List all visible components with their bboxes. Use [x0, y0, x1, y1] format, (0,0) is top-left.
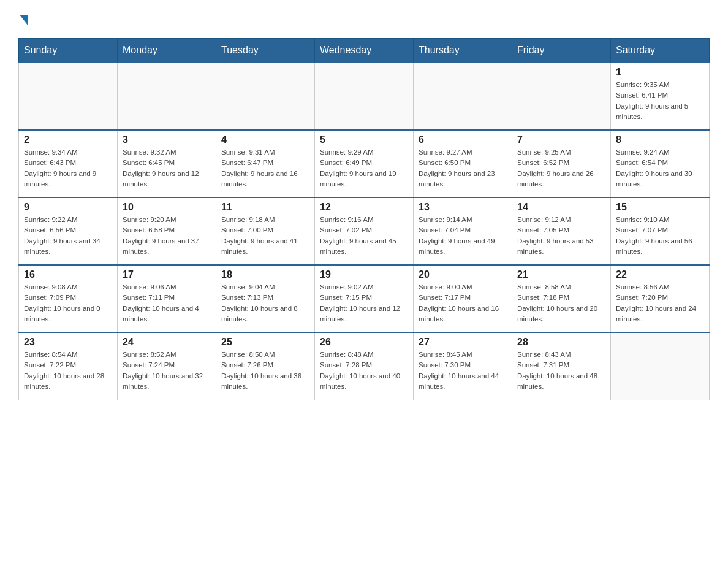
day-number: 9 [24, 202, 112, 213]
day-info: Sunrise: 8:50 AMSunset: 7:26 PMDaylight:… [221, 350, 309, 392]
day-info: Sunrise: 9:35 AMSunset: 6:41 PMDaylight:… [616, 80, 704, 122]
calendar-cell: 21Sunrise: 8:58 AMSunset: 7:18 PMDayligh… [512, 265, 611, 332]
calendar-cell: 4Sunrise: 9:31 AMSunset: 6:47 PMDaylight… [216, 130, 315, 197]
day-info: Sunrise: 9:10 AMSunset: 7:07 PMDaylight:… [616, 215, 704, 257]
calendar-table: SundayMondayTuesdayWednesdayThursdayFrid… [18, 38, 710, 400]
day-info: Sunrise: 9:02 AMSunset: 7:15 PMDaylight:… [320, 282, 408, 324]
day-number: 6 [419, 134, 507, 145]
calendar-cell: 7Sunrise: 9:25 AMSunset: 6:52 PMDaylight… [512, 130, 611, 197]
day-info: Sunrise: 9:24 AMSunset: 6:54 PMDaylight:… [616, 147, 704, 190]
day-number: 25 [221, 337, 309, 348]
calendar-cell: 13Sunrise: 9:14 AMSunset: 7:04 PMDayligh… [414, 197, 512, 265]
calendar-cell: 6Sunrise: 9:27 AMSunset: 6:50 PMDaylight… [414, 130, 512, 197]
day-info: Sunrise: 9:14 AMSunset: 7:04 PMDaylight:… [419, 215, 507, 257]
calendar-cell: 24Sunrise: 8:52 AMSunset: 7:24 PMDayligh… [118, 332, 216, 400]
day-info: Sunrise: 9:12 AMSunset: 7:05 PMDaylight:… [517, 215, 605, 257]
day-number: 28 [517, 337, 605, 348]
calendar-cell: 16Sunrise: 9:08 AMSunset: 7:09 PMDayligh… [19, 265, 118, 332]
calendar-cell [216, 63, 315, 130]
day-info: Sunrise: 9:31 AMSunset: 6:47 PMDaylight:… [221, 147, 309, 190]
calendar-cell: 25Sunrise: 8:50 AMSunset: 7:26 PMDayligh… [216, 332, 315, 400]
calendar-cell: 28Sunrise: 8:43 AMSunset: 7:31 PMDayligh… [512, 332, 611, 400]
calendar-cell: 14Sunrise: 9:12 AMSunset: 7:05 PMDayligh… [512, 197, 611, 265]
calendar-cell: 11Sunrise: 9:18 AMSunset: 7:00 PMDayligh… [216, 197, 315, 265]
day-number: 15 [616, 202, 704, 213]
weekday-header-row: SundayMondayTuesdayWednesdayThursdayFrid… [19, 39, 710, 63]
day-info: Sunrise: 8:52 AMSunset: 7:24 PMDaylight:… [123, 350, 211, 392]
day-number: 8 [616, 134, 704, 145]
day-info: Sunrise: 9:27 AMSunset: 6:50 PMDaylight:… [419, 147, 507, 190]
day-number: 10 [123, 202, 211, 213]
logo [18, 12, 28, 26]
day-number: 13 [419, 202, 507, 213]
calendar-cell [118, 63, 216, 130]
day-info: Sunrise: 9:04 AMSunset: 7:13 PMDaylight:… [221, 282, 309, 324]
calendar-cell: 26Sunrise: 8:48 AMSunset: 7:28 PMDayligh… [315, 332, 414, 400]
weekday-header-sunday: Sunday [19, 39, 118, 63]
calendar-cell: 27Sunrise: 8:45 AMSunset: 7:30 PMDayligh… [414, 332, 512, 400]
week-row-5: 23Sunrise: 8:54 AMSunset: 7:22 PMDayligh… [19, 332, 710, 400]
day-number: 19 [320, 269, 408, 280]
weekday-header-monday: Monday [118, 39, 216, 63]
day-number: 22 [616, 269, 704, 280]
calendar-cell: 9Sunrise: 9:22 AMSunset: 6:56 PMDaylight… [19, 197, 118, 265]
calendar-cell: 23Sunrise: 8:54 AMSunset: 7:22 PMDayligh… [19, 332, 118, 400]
calendar-cell: 8Sunrise: 9:24 AMSunset: 6:54 PMDaylight… [611, 130, 710, 197]
calendar-cell: 12Sunrise: 9:16 AMSunset: 7:02 PMDayligh… [315, 197, 414, 265]
day-info: Sunrise: 8:45 AMSunset: 7:30 PMDaylight:… [419, 350, 507, 392]
calendar-cell: 22Sunrise: 8:56 AMSunset: 7:20 PMDayligh… [611, 265, 710, 332]
day-info: Sunrise: 8:56 AMSunset: 7:20 PMDaylight:… [616, 282, 704, 324]
day-number: 5 [320, 134, 408, 145]
calendar-cell: 2Sunrise: 9:34 AMSunset: 6:43 PMDaylight… [19, 130, 118, 197]
day-number: 3 [123, 134, 211, 145]
calendar-cell [315, 63, 414, 130]
weekday-header-thursday: Thursday [414, 39, 512, 63]
day-info: Sunrise: 8:43 AMSunset: 7:31 PMDaylight:… [517, 350, 605, 392]
day-info: Sunrise: 9:20 AMSunset: 6:58 PMDaylight:… [123, 215, 211, 257]
calendar-cell: 15Sunrise: 9:10 AMSunset: 7:07 PMDayligh… [611, 197, 710, 265]
calendar-cell [611, 332, 710, 400]
logo-arrow-icon [20, 15, 28, 26]
day-info: Sunrise: 9:34 AMSunset: 6:43 PMDaylight:… [24, 147, 112, 190]
day-number: 11 [221, 202, 309, 213]
day-info: Sunrise: 9:06 AMSunset: 7:11 PMDaylight:… [123, 282, 211, 324]
day-number: 7 [517, 134, 605, 145]
day-info: Sunrise: 8:48 AMSunset: 7:28 PMDaylight:… [320, 350, 408, 392]
day-number: 4 [221, 134, 309, 145]
week-row-2: 2Sunrise: 9:34 AMSunset: 6:43 PMDaylight… [19, 130, 710, 197]
day-number: 24 [123, 337, 211, 348]
day-number: 2 [24, 134, 112, 145]
day-info: Sunrise: 9:18 AMSunset: 7:00 PMDaylight:… [221, 215, 309, 257]
calendar-cell: 10Sunrise: 9:20 AMSunset: 6:58 PMDayligh… [118, 197, 216, 265]
day-info: Sunrise: 9:00 AMSunset: 7:17 PMDaylight:… [419, 282, 507, 324]
page-header [18, 12, 710, 26]
day-number: 27 [419, 337, 507, 348]
calendar-cell [19, 63, 118, 130]
day-number: 14 [517, 202, 605, 213]
day-info: Sunrise: 8:58 AMSunset: 7:18 PMDaylight:… [517, 282, 605, 324]
week-row-3: 9Sunrise: 9:22 AMSunset: 6:56 PMDaylight… [19, 197, 710, 265]
calendar-cell [512, 63, 611, 130]
day-number: 12 [320, 202, 408, 213]
calendar-cell: 18Sunrise: 9:04 AMSunset: 7:13 PMDayligh… [216, 265, 315, 332]
calendar-cell: 5Sunrise: 9:29 AMSunset: 6:49 PMDaylight… [315, 130, 414, 197]
day-number: 16 [24, 269, 112, 280]
day-number: 20 [419, 269, 507, 280]
weekday-header-wednesday: Wednesday [315, 39, 414, 63]
day-info: Sunrise: 8:54 AMSunset: 7:22 PMDaylight:… [24, 350, 112, 392]
day-info: Sunrise: 9:16 AMSunset: 7:02 PMDaylight:… [320, 215, 408, 257]
day-number: 26 [320, 337, 408, 348]
day-number: 18 [221, 269, 309, 280]
calendar-cell: 20Sunrise: 9:00 AMSunset: 7:17 PMDayligh… [414, 265, 512, 332]
day-info: Sunrise: 9:22 AMSunset: 6:56 PMDaylight:… [24, 215, 112, 257]
day-info: Sunrise: 9:32 AMSunset: 6:45 PMDaylight:… [123, 147, 211, 190]
weekday-header-saturday: Saturday [611, 39, 710, 63]
day-number: 17 [123, 269, 211, 280]
day-info: Sunrise: 9:25 AMSunset: 6:52 PMDaylight:… [517, 147, 605, 190]
week-row-4: 16Sunrise: 9:08 AMSunset: 7:09 PMDayligh… [19, 265, 710, 332]
weekday-header-tuesday: Tuesday [216, 39, 315, 63]
day-number: 21 [517, 269, 605, 280]
calendar-cell: 3Sunrise: 9:32 AMSunset: 6:45 PMDaylight… [118, 130, 216, 197]
calendar-cell: 1Sunrise: 9:35 AMSunset: 6:41 PMDaylight… [611, 63, 710, 130]
calendar-cell: 17Sunrise: 9:06 AMSunset: 7:11 PMDayligh… [118, 265, 216, 332]
